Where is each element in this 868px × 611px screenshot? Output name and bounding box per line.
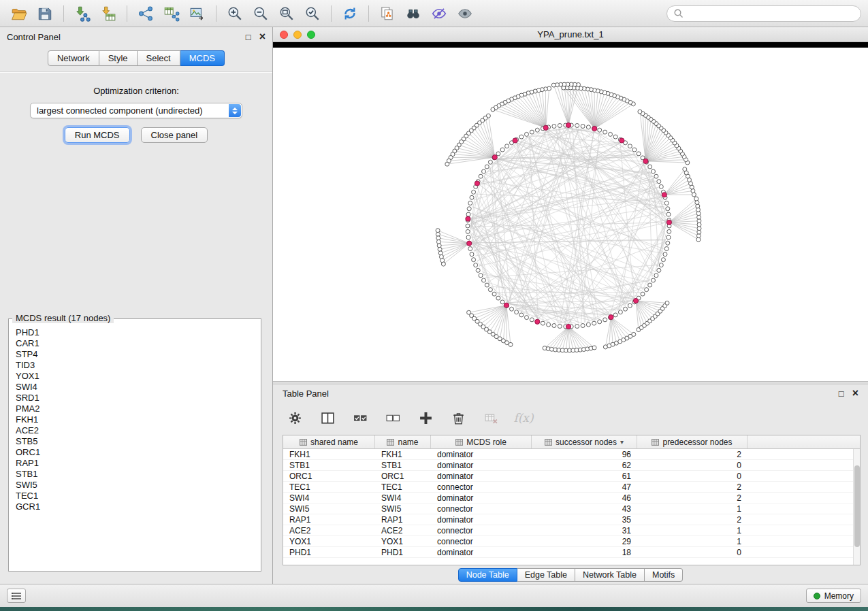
search-input[interactable] — [688, 9, 854, 18]
table-grid-icon — [545, 439, 552, 446]
zoom-out-button[interactable] — [248, 3, 273, 24]
toolbar-separator — [216, 5, 216, 22]
float-panel-button[interactable]: □ — [246, 33, 251, 42]
zoom-selected-button[interactable] — [300, 3, 325, 24]
table-scrollbar[interactable] — [853, 449, 860, 565]
network-from-table-button[interactable] — [159, 3, 184, 24]
node-table: shared namenameMCDS rolesuccessor nodes▾… — [283, 435, 861, 565]
table-row[interactable]: YOX1YOX1connector291 — [283, 536, 853, 547]
control-tabbar: NetworkStyleSelectMCDS — [0, 50, 272, 72]
show-all-button[interactable] — [453, 3, 477, 24]
column-header-shared-name[interactable]: shared name — [283, 435, 375, 448]
run-mcds-button[interactable]: Run MCDS — [65, 127, 130, 143]
tab-mcds[interactable]: MCDS — [180, 50, 225, 66]
mcds-result-item[interactable]: ORC1 — [16, 447, 254, 458]
control-panel: Control Panel □ × NetworkStyleSelectMCDS… — [0, 27, 273, 584]
close-mcds-panel-button[interactable]: Close panel — [141, 127, 208, 143]
table-row[interactable]: TEC1TEC1connector472 — [283, 482, 853, 493]
tab-network[interactable]: Network — [48, 50, 99, 66]
mcds-result-item[interactable]: GCR1 — [16, 501, 254, 512]
mcds-result-item[interactable]: STP4 — [16, 349, 254, 360]
select-all-icon — [353, 411, 368, 425]
hide-selected-button[interactable] — [427, 3, 451, 24]
mcds-result-item[interactable]: PMA2 — [16, 403, 254, 414]
search-network-button[interactable] — [401, 3, 425, 24]
network-title: YPA_prune.txt_1 — [273, 29, 868, 39]
mcds-result-item[interactable]: SWI5 — [16, 480, 254, 491]
scrollbar-thumb[interactable] — [854, 465, 860, 547]
mcds-result-box-title: MCDS result (17 nodes) — [12, 313, 114, 323]
network-titlebar: YPA_prune.txt_1 — [273, 27, 868, 42]
mcds-result-item[interactable]: PHD1 — [16, 327, 254, 338]
mcds-result-item[interactable]: TID3 — [16, 360, 254, 371]
toolbar-separator — [127, 5, 127, 22]
mcds-result-item[interactable]: ACE2 — [16, 425, 254, 436]
zoom-fit-icon — [278, 5, 295, 22]
table-settings-button[interactable] — [287, 410, 303, 426]
gear-icon — [288, 411, 302, 425]
tab-edge-table[interactable]: Edge Table — [517, 568, 575, 582]
main-toolbar — [0, 0, 868, 27]
status-menu-button[interactable] — [7, 589, 26, 603]
table-row[interactable]: ACE2ACE2connector311 — [283, 525, 853, 536]
network-nodes-icon — [138, 5, 154, 22]
import-network-button[interactable] — [70, 3, 95, 24]
tab-select[interactable]: Select — [138, 50, 180, 66]
table-row[interactable]: PHD1PHD1dominator180 — [283, 547, 853, 558]
function-builder-button: f(x) — [515, 410, 532, 426]
save-session-button[interactable] — [33, 3, 57, 24]
deselect-all-button[interactable] — [385, 410, 401, 426]
delete-column-button[interactable] — [450, 410, 466, 426]
mcds-result-item[interactable]: STB5 — [16, 436, 254, 447]
mcds-result-item[interactable]: STB1 — [16, 469, 254, 480]
tab-node-table[interactable]: Node Table — [458, 568, 517, 582]
add-column-button[interactable] — [417, 410, 434, 426]
close-panel-button[interactable]: × — [259, 31, 266, 42]
table-row[interactable]: FKH1FKH1dominator962 — [283, 449, 853, 460]
mcds-result-item[interactable]: FKH1 — [16, 414, 254, 425]
table-row[interactable]: ORC1ORC1dominator610 — [283, 471, 853, 482]
copy-style-button[interactable] — [375, 3, 400, 24]
open-file-button[interactable] — [7, 3, 31, 24]
network-canvas-svg — [273, 48, 867, 381]
table-header-row: shared namenameMCDS rolesuccessor nodes▾… — [283, 435, 860, 449]
table-panel-header: Table Panel □ × — [273, 384, 868, 402]
table-row[interactable]: SWI4SWI4dominator462 — [283, 493, 853, 503]
float-table-panel-button[interactable]: □ — [839, 389, 844, 398]
apply-layout-button[interactable] — [338, 3, 362, 24]
table-panel-title: Table Panel — [283, 389, 329, 399]
table-row[interactable]: RAP1RAP1dominator352 — [283, 514, 853, 525]
column-header-predecessor-nodes[interactable]: predecessor nodes — [637, 435, 748, 448]
mcds-result-item[interactable]: SRD1 — [16, 393, 254, 403]
mcds-result-item[interactable]: TEC1 — [16, 491, 254, 501]
column-header-name[interactable]: name — [375, 435, 431, 448]
tab-style[interactable]: Style — [99, 50, 138, 66]
eye-slash-icon — [431, 5, 447, 22]
new-network-button[interactable] — [133, 3, 158, 24]
memory-button[interactable]: Memory — [806, 589, 861, 603]
tab-motifs[interactable]: Motifs — [645, 568, 683, 582]
criterion-dropdown[interactable]: largest connected component (undirected) — [30, 103, 242, 118]
show-columns-button[interactable] — [319, 410, 336, 426]
mcds-result-list: PHD1CAR1STP4TID3YOX1SWI4SRD1PMA2FKH1ACE2… — [10, 323, 260, 570]
export-image-button[interactable] — [185, 3, 210, 24]
mcds-result-item[interactable]: YOX1 — [16, 371, 254, 382]
select-all-button[interactable] — [352, 410, 368, 426]
mcds-result-item[interactable]: RAP1 — [16, 458, 254, 469]
table-row[interactable]: STB1STB1dominator620 — [283, 460, 853, 471]
table-row[interactable]: SWI5SWI5connector431 — [283, 503, 853, 514]
network-canvas[interactable] — [273, 48, 868, 381]
tab-network-table[interactable]: Network Table — [575, 568, 645, 582]
close-table-panel-button[interactable]: × — [852, 388, 858, 399]
zoom-fit-button[interactable] — [274, 3, 299, 24]
mcds-result-item[interactable]: CAR1 — [16, 338, 254, 349]
mcds-result-item[interactable]: SWI4 — [16, 382, 254, 393]
column-header-MCDS-role[interactable]: MCDS role — [431, 435, 532, 448]
control-panel-header: Control Panel □ × — [0, 27, 272, 46]
import-table-button[interactable] — [96, 3, 120, 24]
control-panel-title: Control Panel — [7, 32, 61, 42]
zoom-in-button[interactable] — [223, 3, 247, 24]
network-search-box[interactable] — [666, 5, 861, 22]
sort-indicator-icon[interactable]: ▾ — [620, 438, 624, 446]
column-header-successor-nodes[interactable]: successor nodes▾ — [532, 435, 637, 448]
